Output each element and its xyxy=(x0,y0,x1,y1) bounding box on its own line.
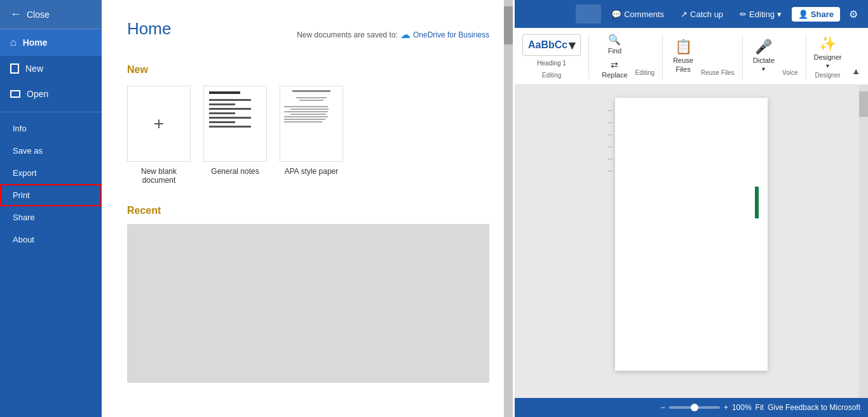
scrollbar-thumb xyxy=(859,91,868,117)
line-marker xyxy=(607,122,613,123)
line-marker xyxy=(607,171,613,171)
recent-section: Recent xyxy=(127,205,489,383)
heading-style-button[interactable]: AaBbCc ▾ xyxy=(522,34,581,56)
chevron-down-icon: ▾ xyxy=(569,37,575,53)
share-label: Share xyxy=(811,10,834,19)
open-icon xyxy=(10,90,20,98)
center-scrollbar[interactable] xyxy=(504,0,513,417)
editing-icon: ✏ xyxy=(740,10,747,19)
apa-label: APA style paper xyxy=(285,167,339,176)
find-button[interactable]: 🔍 Find xyxy=(599,32,630,56)
zoom-in-button[interactable]: + xyxy=(724,403,728,412)
close-label: Close xyxy=(27,10,50,20)
dictate-button[interactable]: 🎤 Dictate ▾ xyxy=(750,37,777,76)
onedrive-notice-text: New documents are saved to: xyxy=(297,30,398,39)
templates-row: + New blank document General notes xyxy=(127,86,489,185)
reuse-files-icon: 📋 xyxy=(675,39,692,55)
catchup-label: Catch up xyxy=(690,10,723,19)
replace-label: Replace xyxy=(602,71,627,79)
designer-group-label: Designer xyxy=(815,72,841,79)
sidebar-item-info[interactable]: Info xyxy=(0,117,102,140)
designer-button[interactable]: ✨ Designer ▾ xyxy=(811,34,844,70)
info-label: Info xyxy=(13,124,27,133)
onedrive-label: OneDrive for Business xyxy=(413,30,489,39)
editing-group: 🔍 Find ⇄ Replace Editing xyxy=(597,34,663,79)
feedback-button[interactable]: Give Feedback to Microsoft xyxy=(768,403,860,412)
settings-button[interactable]: ⚙ xyxy=(844,6,863,23)
share-button[interactable]: 👤 Share xyxy=(792,7,840,22)
sidebar-item-new[interactable]: New xyxy=(0,56,102,81)
collapse-ribbon-button[interactable]: ▲ xyxy=(851,65,860,79)
scroll-thumb xyxy=(504,6,513,44)
editing-button[interactable]: ✏ Editing ▾ xyxy=(733,7,788,22)
sidebar-item-share[interactable]: Share xyxy=(0,206,102,228)
style-sub-label: Heading 1 xyxy=(537,60,566,67)
styles-group: AaBbCc ▾ Heading 1 Editing xyxy=(522,34,589,79)
find-label: Find xyxy=(608,47,621,55)
close-button[interactable]: ← Close xyxy=(0,0,102,29)
find-icon: 🔍 xyxy=(608,34,621,46)
editing-group-label: Editing xyxy=(635,69,655,76)
document-page xyxy=(615,98,768,371)
general-notes-label: General notes xyxy=(211,167,259,176)
sidebar: ← Close ⌂ Home New Open Info Save as Exp… xyxy=(0,0,102,417)
fit-button[interactable]: Fit xyxy=(756,403,764,412)
sidebar-item-home[interactable]: ⌂ Home xyxy=(0,29,102,56)
sidebar-new-label: New xyxy=(25,63,43,74)
sidebar-item-open[interactable]: Open xyxy=(0,81,102,107)
line-marker xyxy=(607,147,613,147)
chevron-down-icon: ▾ xyxy=(777,10,782,19)
export-label: Export xyxy=(13,168,37,178)
voice-group-label: Voice xyxy=(782,69,797,76)
zoom-percent: 100% xyxy=(732,403,752,412)
sidebar-item-export[interactable]: Export xyxy=(0,162,102,184)
command-ribbon: AaBbCc ▾ Heading 1 Editing 🔍 Find ⇄ Repl… xyxy=(515,28,868,85)
reuse-files-group: 📋 Reuse Files Reuse Files xyxy=(668,34,743,79)
chevron-up-icon: ▲ xyxy=(851,66,860,76)
green-accent-bar xyxy=(755,187,759,218)
reuse-group-label: Reuse Files xyxy=(701,69,735,76)
voice-group: 🎤 Dictate ▾ Voice xyxy=(748,34,806,79)
share-menu-label: Share xyxy=(13,213,35,222)
sidebar-item-save-as[interactable]: Save as xyxy=(0,140,102,162)
line-marker xyxy=(607,159,613,159)
onedrive-notice: New documents are saved to: ☁ OneDrive f… xyxy=(297,29,489,41)
template-apa[interactable]: APA style paper xyxy=(280,86,343,185)
line-marker xyxy=(607,110,613,111)
designer-icon: ✨ xyxy=(819,36,836,52)
save-as-label: Save as xyxy=(13,146,43,156)
sidebar-item-print[interactable]: Print xyxy=(0,184,102,206)
plus-icon: + xyxy=(154,114,164,134)
sidebar-divider xyxy=(0,112,102,112)
zoom-slider[interactable] xyxy=(669,406,720,409)
line-marker xyxy=(607,135,613,135)
new-icon xyxy=(10,63,19,74)
replace-button[interactable]: ⇄ Replace xyxy=(599,58,630,80)
comments-button[interactable]: 💬 Comments xyxy=(605,7,670,22)
home-icon: ⌂ xyxy=(10,37,17,48)
zoom-thumb xyxy=(691,404,698,411)
reuse-files-button[interactable]: 📋 Reuse Files xyxy=(670,37,696,76)
styles-group-label: Editing xyxy=(542,72,562,79)
status-bar: − + 100% Fit Give Feedback to Microsoft xyxy=(515,398,868,417)
catchup-button[interactable]: ↗ Catch up xyxy=(674,7,729,22)
template-blank[interactable]: + New blank document xyxy=(127,86,191,185)
style-preview: AaBbCc xyxy=(528,39,567,51)
sidebar-item-about[interactable]: About xyxy=(0,228,102,251)
document-line-markers xyxy=(607,110,613,171)
right-scrollbar[interactable] xyxy=(859,85,868,398)
dictate-label: Dictate xyxy=(753,56,775,64)
template-general-notes[interactable]: General notes xyxy=(203,86,267,185)
general-notes-thumb xyxy=(203,86,267,162)
blank-thumb: + xyxy=(127,86,191,162)
cloud-icon: ☁ xyxy=(400,29,410,41)
reuse-files-label: Reuse xyxy=(673,56,693,64)
sidebar-home-label: Home xyxy=(23,37,48,48)
zoom-out-button[interactable]: − xyxy=(661,403,665,412)
sidebar-open-label: Open xyxy=(27,89,48,99)
document-area xyxy=(515,85,868,417)
ribbon-bar: 💬 Comments ↗ Catch up ✏ Editing ▾ 👤 Shar… xyxy=(515,0,868,28)
reuse-files-label2: Files xyxy=(675,65,690,73)
recent-section-title: Recent xyxy=(127,205,489,216)
recent-files-area xyxy=(127,224,489,383)
